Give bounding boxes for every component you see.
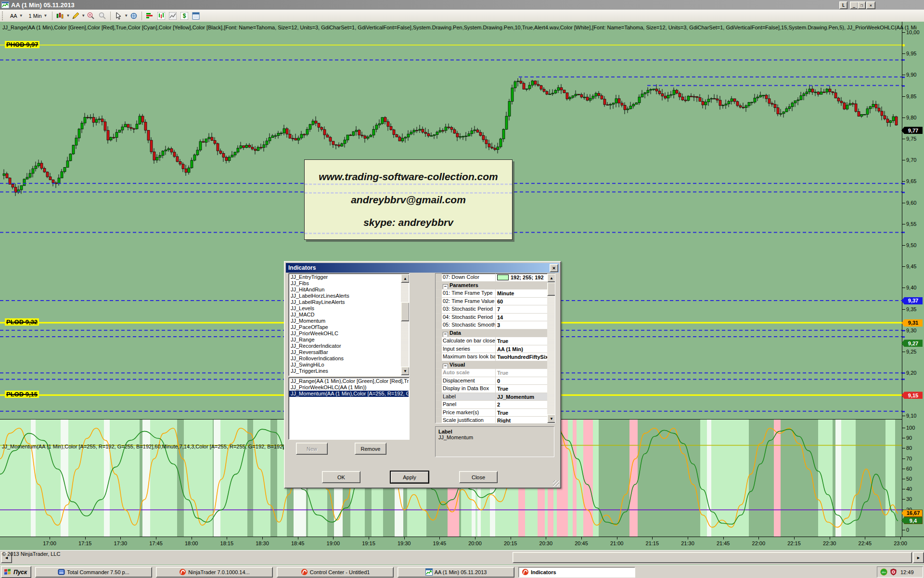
dialog-titlebar[interactable]: Indicators ✕ <box>286 263 559 273</box>
property-row[interactable]: Calculate on bar closeTrue <box>436 337 555 345</box>
chevron-down-icon[interactable]: ▼ <box>81 13 85 18</box>
property-row[interactable]: 03: Stochastic Period7 <box>436 305 555 314</box>
property-row[interactable]: 01: Time Frame TypeMinute <box>436 289 555 298</box>
property-row[interactable]: 02: Time Frame Value60 <box>436 298 555 306</box>
taskbar-task-indicators[interactable]: Indicators <box>518 567 635 578</box>
indicator-list-item[interactable]: JJ_TriggerLines <box>289 368 401 374</box>
time-axis[interactable]: 17:0017:1517:3017:4518:0018:1518:3018:45… <box>0 537 924 551</box>
indicator-list-item[interactable]: JJ_ReversalBar <box>289 349 401 355</box>
drawing-tools-button[interactable] <box>71 11 80 21</box>
collapse-icon[interactable]: − <box>443 364 448 369</box>
indicator-list-item[interactable]: JJ_PriorWeekOHLC <box>289 330 401 337</box>
restore-button[interactable]: ❐ <box>858 1 866 9</box>
property-row[interactable]: Price marker(s)True <box>436 409 555 417</box>
close-button[interactable]: ✕ <box>866 1 875 9</box>
zoom-in-button[interactable] <box>86 11 96 21</box>
minimize-button[interactable]: _ <box>850 1 858 9</box>
security-shield-icon[interactable] <box>890 568 897 576</box>
chart-panel-button[interactable] <box>156 11 166 21</box>
indicator-list-item[interactable]: JJ_MACD <box>289 312 401 318</box>
property-category-row[interactable]: −Parameters <box>436 282 555 290</box>
property-row[interactable]: Displacement0 <box>436 377 555 385</box>
horizontal-scrollbar[interactable]: ◄ ► <box>0 550 924 565</box>
list-scrollbar[interactable]: ▲ ▼ <box>401 274 409 375</box>
indicator-list-item[interactable]: JJ_Range <box>289 337 401 343</box>
price-axis[interactable]: 10,009,959,909,859,809,759,709,659,609,5… <box>902 22 924 537</box>
indicator-property-grid[interactable]: 07: Down Color192; 255; 192−Parameters01… <box>435 273 555 423</box>
indicator-list-item[interactable]: JJ_Momentum <box>289 318 401 324</box>
interval-label: 1 Min <box>29 13 42 19</box>
new-indicator-button[interactable]: New <box>296 443 328 455</box>
ok-button[interactable]: OK <box>322 471 360 483</box>
instrument-dropdown[interactable]: AA ▼ <box>7 12 26 20</box>
time-tick-label: 18:45 <box>288 540 308 546</box>
dialog-close-button[interactable]: ✕ <box>550 264 558 272</box>
applied-indicators-list[interactable]: JJ_Range(AA (1 Min),Color [Green],Color … <box>288 377 410 440</box>
link-button[interactable]: L <box>839 1 847 9</box>
line-chart-button[interactable] <box>168 11 178 21</box>
indicator-list-item[interactable]: JJ_PaceOfTape <box>289 324 401 330</box>
crosshair-button[interactable] <box>129 11 139 21</box>
tray-clock[interactable]: 12:49 <box>900 569 914 575</box>
applied-indicator-item[interactable]: JJ_Range(AA (1 Min),Color [Green],Color … <box>289 378 409 384</box>
property-row[interactable]: Display in Data BoxTrue <box>436 385 555 393</box>
indicator-list-item[interactable]: JJ_Fibs <box>289 280 401 287</box>
collapse-icon[interactable]: − <box>443 332 448 337</box>
property-row[interactable]: 05: Stochastic Smooth3 <box>436 321 555 329</box>
scrollbar-thumb[interactable] <box>547 282 555 296</box>
property-row[interactable]: Panel2 <box>436 401 555 409</box>
color-swatch[interactable] <box>497 275 509 280</box>
time-tick <box>298 537 298 539</box>
scroll-down-button[interactable]: ▼ <box>401 367 410 375</box>
scroll-down-button[interactable]: ▼ <box>547 414 555 423</box>
scroll-up-button[interactable]: ▲ <box>401 274 410 283</box>
indicator-list-item[interactable]: JJ_Levels <box>289 305 401 312</box>
taskbar-task-control-center-untitled1[interactable]: Control Center - Untitled1 <box>277 567 394 578</box>
taskbar-task-total-commander-7-50-p[interactable]: Total Commander 7.50 p... <box>35 567 152 578</box>
property-row[interactable]: Auto scaleTrue <box>436 369 555 377</box>
scroll-up-button[interactable]: ▲ <box>547 274 555 282</box>
indicator-list-item[interactable]: JJ_SwingHiLo <box>289 362 401 368</box>
taskbar-task-aa-1-min-05-11-2013[interactable]: AA (1 Min) 05.11.2013 <box>398 567 514 578</box>
indicator-list-item[interactable]: JJ_EntryTrigger <box>289 274 401 280</box>
property-row[interactable]: Maximum bars look backTwoHundredFiftySix <box>436 353 555 361</box>
chevron-down-icon[interactable]: ▼ <box>66 13 70 18</box>
indicator-list-item[interactable]: JJ_HitAndRun <box>289 287 401 293</box>
property-row[interactable]: LabelJJ_Momentum <box>436 393 555 401</box>
applied-indicator-item[interactable]: JJ_Momentum(AA (1 Min),Color [A=255, R=1… <box>289 391 409 397</box>
indicator-list-item[interactable]: JJ_LabelHorzLinesAlerts <box>289 293 401 299</box>
apply-button[interactable]: Apply <box>390 471 429 483</box>
close-dialog-button[interactable]: Close <box>459 471 498 483</box>
start-button[interactable]: Пуск <box>1 566 31 578</box>
property-row[interactable]: Input seriesAA (1 Min) <box>436 345 555 354</box>
available-indicators-list[interactable]: JJ_EntryTriggerJJ_FibsJJ_HitAndRunJJ_Lab… <box>288 273 410 376</box>
grid-scrollbar[interactable]: ▲ ▼ <box>547 274 555 423</box>
collapse-icon[interactable]: − <box>443 284 448 289</box>
taskbar-task-ninjatrader-7-0-1000-14[interactable]: NinjaTrader 7.0.1000.14... <box>156 567 273 578</box>
dm-tray-icon[interactable]: dm <box>880 568 887 576</box>
property-row[interactable]: 04: Stochastic Period14 <box>436 314 555 322</box>
chart-style-button[interactable] <box>55 11 65 21</box>
remove-indicator-button[interactable]: Remove <box>355 443 386 455</box>
resize-grip[interactable] <box>553 480 559 486</box>
data-box-button[interactable] <box>191 11 201 21</box>
property-category-row[interactable]: −Visual <box>436 361 555 369</box>
indicator-list-item[interactable]: JJ_LabelRayLineAlerts <box>289 299 401 305</box>
applied-indicator-item[interactable]: JJ_PriorWeekOHLC(AA (1 Min)) <box>289 384 409 391</box>
property-category-row[interactable]: −Data <box>436 329 555 338</box>
scroll-right-button[interactable]: ► <box>913 552 924 563</box>
scrollbar-thumb[interactable] <box>401 302 410 321</box>
scrollbar-thumb[interactable] <box>513 552 912 563</box>
line-edge-tick <box>902 411 905 412</box>
interval-dropdown[interactable]: 1 Min ▼ <box>26 12 51 20</box>
property-row[interactable]: Scale justificationRight <box>436 417 555 423</box>
property-row[interactable]: 07: Down Color192; 255; 192 <box>436 274 555 282</box>
indicator-list-item[interactable]: JJ_RecorderIndicator <box>289 343 401 349</box>
chevron-down-icon[interactable]: ▼ <box>124 13 128 18</box>
indicator-list-item[interactable]: JJ_RolloverIndications <box>289 355 401 362</box>
toolbar-grip[interactable] <box>2 12 5 20</box>
zoom-out-button[interactable] <box>98 11 107 21</box>
cursor-tool-button[interactable] <box>114 11 123 21</box>
market-analyzer-button[interactable] <box>145 11 154 21</box>
account-button[interactable]: $ <box>180 11 189 21</box>
